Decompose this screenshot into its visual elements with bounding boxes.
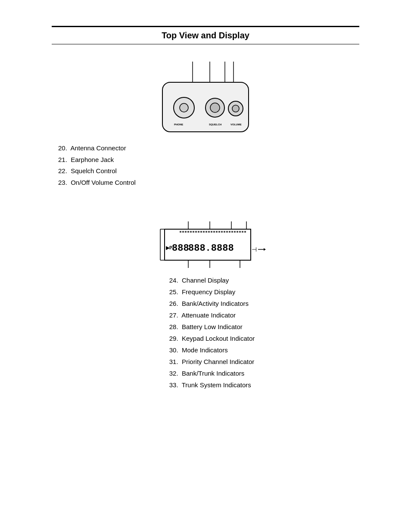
item-label: Trunk System Indicators [182, 381, 251, 389]
svg-rect-31 [221, 231, 223, 233]
svg-text:VOLUME: VOLUME [230, 123, 242, 126]
svg-rect-40 [244, 231, 246, 233]
svg-rect-30 [218, 231, 220, 233]
list-item: 32. Bank/Trunk Indicators [169, 368, 255, 379]
display-items-list: 24. Channel Display 25. Frequency Displa… [169, 275, 255, 392]
item-label: Antenna Connector [70, 144, 126, 152]
list-item: 31. Priority Channel Indicator [169, 357, 255, 367]
item-number: 20. [58, 144, 67, 152]
svg-rect-32 [224, 231, 225, 233]
svg-rect-38 [239, 231, 241, 233]
item-label: Keypad Lockout Indicator [182, 335, 255, 342]
svg-rect-37 [237, 231, 238, 233]
lcd-svg: ▶P 888 888.8888 ⊣ [154, 221, 266, 269]
page-container: Top View and Display [0, 0, 411, 532]
top-view-diagram: PHONE SQUELCH VOLUME [149, 62, 262, 135]
svg-rect-16 [182, 231, 184, 233]
svg-text:888.8888: 888.8888 [188, 243, 234, 254]
svg-rect-15 [180, 231, 181, 233]
svg-rect-19 [190, 231, 192, 233]
svg-rect-22 [198, 231, 199, 233]
svg-point-10 [232, 105, 239, 112]
item-label: Earphone Jack [71, 156, 114, 163]
svg-text:SQUELCH: SQUELCH [209, 123, 221, 126]
svg-rect-20 [193, 231, 194, 233]
svg-rect-25 [206, 231, 207, 233]
svg-rect-35 [231, 231, 233, 233]
item-number: 28. [169, 323, 178, 330]
svg-marker-56 [264, 248, 266, 251]
title-bottom-border [52, 44, 359, 44]
title-section: Top View and Display [52, 26, 359, 44]
item-label: Squelch Control [71, 167, 117, 174]
item-label: Bank/Trunk Indicators [182, 370, 244, 377]
item-label: Attenuate Indicator [181, 311, 236, 319]
svg-point-6 [180, 103, 188, 112]
svg-rect-29 [216, 231, 218, 233]
list-item: 28. Battery Low Indicator [169, 322, 255, 332]
item-label: Bank/Activity Indicators [182, 300, 249, 307]
item-label: Priority Channel Indicator [182, 358, 254, 365]
page-title: Top View and Display [52, 29, 359, 42]
list-item: 33. Trunk System Indicators [169, 380, 255, 390]
list-item: 29. Keypad Lockout Indicator [169, 333, 255, 344]
svg-rect-23 [200, 231, 202, 233]
item-number: 23. [58, 179, 67, 186]
list-item: 20. Antenna Connector [58, 143, 366, 153]
svg-rect-24 [203, 231, 205, 233]
item-label: On/Off Volume Control [71, 179, 136, 186]
item-label: Frequency Display [182, 288, 235, 296]
list-item: 21. Earphone Jack [58, 155, 366, 165]
item-number: 25. [169, 288, 178, 296]
list-item: 27. Attenuate Indicator [169, 310, 255, 320]
item-number: 26. [169, 300, 178, 307]
list-item: 24. Channel Display [169, 275, 255, 286]
item-label: Mode Indicators [182, 346, 228, 354]
svg-rect-33 [226, 231, 228, 233]
item-number: 29. [169, 335, 178, 342]
list-item: 26. Bank/Activity Indicators [169, 299, 255, 309]
svg-rect-26 [208, 231, 210, 233]
svg-text:⊣: ⊣ [252, 246, 257, 253]
svg-rect-28 [213, 231, 215, 233]
item-number: 27. [169, 311, 178, 319]
connector-lines-svg: PHONE SQUELCH VOLUME [149, 62, 262, 135]
svg-rect-27 [211, 231, 212, 233]
item-number: 32. [169, 370, 178, 377]
svg-rect-18 [187, 231, 189, 233]
svg-text:888: 888 [172, 243, 189, 254]
list-item: 30. Mode Indicators [169, 345, 255, 355]
display-diagram-section: ▶P 888 888.8888 ⊣ [52, 215, 359, 392]
svg-rect-36 [234, 231, 236, 233]
item-number: 21. [58, 156, 67, 163]
item-number: 22. [58, 167, 67, 174]
list-item: 25. Frequency Display [169, 287, 255, 297]
svg-rect-34 [229, 231, 230, 233]
svg-rect-21 [195, 231, 197, 233]
item-label: Battery Low Indicator [182, 323, 243, 330]
lcd-diagram: ▶P 888 888.8888 ⊣ [154, 221, 257, 264]
svg-point-8 [210, 103, 220, 112]
svg-rect-17 [185, 231, 187, 233]
svg-rect-39 [242, 231, 243, 233]
item-number: 33. [169, 381, 178, 389]
item-number: 24. [169, 277, 178, 284]
device-diagram-section: PHONE SQUELCH VOLUME 20. Antenna Connect… [52, 57, 359, 189]
item-number: 31. [169, 358, 178, 365]
list-item: 23. On/Off Volume Control [58, 178, 366, 188]
top-view-list: 20. Antenna Connector 21. Earphone Jack … [58, 143, 366, 189]
title-top-border [52, 26, 359, 27]
item-number: 30. [169, 346, 178, 354]
svg-text:PHONE: PHONE [174, 123, 183, 126]
item-label: Channel Display [182, 277, 229, 284]
list-item: 22. Squelch Control [58, 166, 366, 176]
